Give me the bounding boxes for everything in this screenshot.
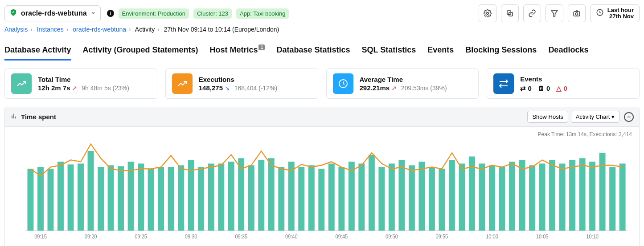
trend-up-icon: ↗ <box>72 85 77 92</box>
swap-icon <box>493 73 514 94</box>
svg-rect-37 <box>248 165 254 231</box>
trend-down-icon: ↘ <box>225 85 230 92</box>
link-button[interactable] <box>523 4 541 22</box>
copy-button[interactable] <box>501 4 519 22</box>
svg-rect-43 <box>308 165 315 231</box>
svg-rect-20 <box>78 164 84 231</box>
svg-text:10:10: 10:10 <box>586 234 599 239</box>
svg-text:10:05: 10:05 <box>536 234 549 239</box>
card-title: Average Time <box>360 76 447 83</box>
svg-rect-30 <box>178 165 184 231</box>
svg-rect-33 <box>208 164 214 231</box>
card-title: Events <box>520 75 567 83</box>
svg-rect-28 <box>158 167 164 231</box>
time-range-selector[interactable]: Last hour 27th Nov <box>590 4 640 22</box>
card-title: Total Time <box>38 76 129 83</box>
svg-rect-4 <box>574 12 580 16</box>
tab-db-stats[interactable]: Database Statistics <box>276 43 350 60</box>
svg-text:09:15: 09:15 <box>34 234 47 239</box>
clock-icon <box>596 8 604 18</box>
instance-name: oracle-rds-webtuna <box>21 9 87 17</box>
card-value: 148,275 <box>199 84 223 92</box>
collapse-button[interactable] <box>624 112 634 122</box>
svg-rect-54 <box>418 162 425 231</box>
svg-rect-63 <box>509 162 515 231</box>
svg-rect-40 <box>278 167 284 231</box>
events-calendar: 🗓 0 <box>538 85 550 93</box>
tab-host-metrics[interactable]: Host Metrics1 <box>209 43 265 60</box>
svg-rect-56 <box>439 169 445 230</box>
svg-rect-23 <box>108 165 114 231</box>
svg-rect-62 <box>499 167 505 231</box>
time-spent-panel: Time spent Show Hosts Activity Chart ▾ P… <box>4 107 640 246</box>
svg-rect-42 <box>298 167 304 231</box>
svg-text:09:25: 09:25 <box>135 234 147 239</box>
svg-rect-34 <box>218 164 224 231</box>
svg-rect-41 <box>288 162 295 231</box>
svg-text:09:40: 09:40 <box>285 234 298 239</box>
card-secondary: 168,404 (-12%) <box>234 85 278 92</box>
svg-rect-45 <box>328 164 335 231</box>
info-icon[interactable]: i <box>107 10 114 17</box>
chevron-down-icon <box>90 9 96 17</box>
tabs: Database Activity Activity (Grouped Stat… <box>4 43 640 60</box>
svg-marker-3 <box>551 11 558 17</box>
instance-selector[interactable]: oracle-rds-webtuna <box>4 5 101 21</box>
settings-button[interactable] <box>479 4 496 22</box>
svg-rect-49 <box>369 155 375 231</box>
svg-rect-70 <box>579 158 586 231</box>
svg-rect-21 <box>88 151 94 231</box>
card-avg-time: Average Time 292.21ms ↗ 209.53ms (39%) <box>326 69 479 99</box>
svg-rect-27 <box>148 169 154 230</box>
time-range-top: Last hour <box>607 7 634 13</box>
tab-events[interactable]: Events <box>427 43 454 60</box>
card-title: Executions <box>199 76 278 83</box>
svg-rect-18 <box>57 162 64 231</box>
svg-text:09:20: 09:20 <box>85 234 97 239</box>
activity-chart-dropdown[interactable]: Activity Chart ▾ <box>571 111 619 123</box>
svg-rect-72 <box>599 153 606 231</box>
svg-rect-68 <box>559 164 566 231</box>
svg-text:10:00: 10:00 <box>486 234 498 239</box>
svg-point-5 <box>575 13 578 15</box>
svg-rect-66 <box>539 164 546 231</box>
clock-icon <box>333 73 353 94</box>
svg-rect-71 <box>589 162 595 231</box>
svg-rect-74 <box>619 164 626 231</box>
tab-database-activity[interactable]: Database Activity <box>4 43 71 60</box>
tab-badge: 1 <box>258 44 265 50</box>
svg-rect-22 <box>98 167 104 231</box>
crumb-instance[interactable]: oracle-rds-webtuna <box>73 26 126 33</box>
shield-icon <box>9 8 17 18</box>
filter-button[interactable] <box>546 4 563 22</box>
camera-button[interactable] <box>568 4 586 22</box>
svg-rect-61 <box>489 165 495 231</box>
svg-rect-46 <box>338 167 345 231</box>
tab-activity-grouped[interactable]: Activity (Grouped Statements) <box>82 43 198 60</box>
svg-rect-58 <box>459 164 465 231</box>
tab-blocking[interactable]: Blocking Sessions <box>465 43 537 60</box>
cluster-pill: Cluster: 123 <box>193 8 232 19</box>
card-secondary: 9h 48m 5s (23%) <box>82 85 129 92</box>
svg-rect-29 <box>168 167 174 231</box>
tab-sql-stats[interactable]: SQL Statistics <box>362 43 416 60</box>
svg-rect-35 <box>228 162 234 231</box>
show-hosts-button[interactable]: Show Hosts <box>527 111 568 123</box>
svg-text:09:35: 09:35 <box>235 234 247 239</box>
trend-up-icon: ↗ <box>391 85 397 92</box>
crumb-analysis[interactable]: Analysis <box>4 26 28 33</box>
svg-rect-47 <box>349 162 355 231</box>
tab-deadlocks[interactable]: Deadlocks <box>548 43 588 60</box>
svg-rect-17 <box>48 169 54 230</box>
crumb-instances[interactable]: Instances <box>37 26 64 33</box>
bar-chart-icon <box>10 113 17 121</box>
chart-up-icon <box>172 73 193 94</box>
svg-rect-69 <box>569 160 575 231</box>
card-value: 292.21ms <box>360 84 390 92</box>
svg-rect-51 <box>389 164 395 231</box>
svg-rect-32 <box>198 167 204 231</box>
svg-rect-44 <box>318 169 324 230</box>
svg-rect-16 <box>37 167 44 231</box>
svg-rect-38 <box>258 160 264 231</box>
svg-rect-65 <box>529 165 535 231</box>
